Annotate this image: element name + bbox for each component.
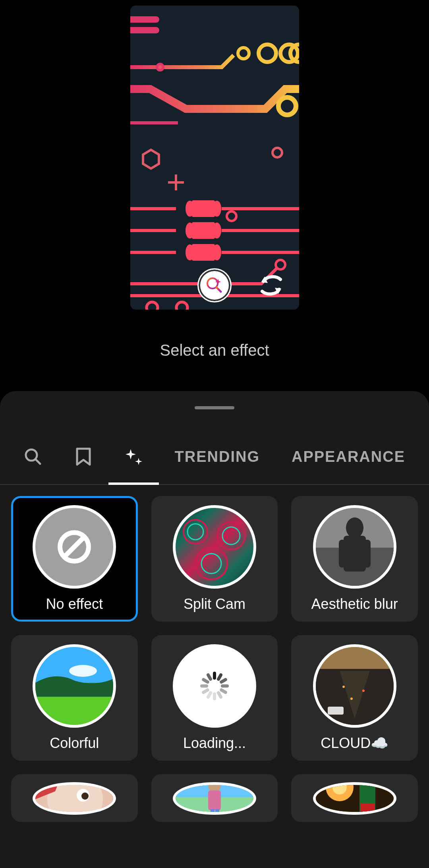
svg-rect-43	[221, 684, 229, 688]
select-effect-label: Select an effect	[0, 341, 429, 359]
effect-label: CLOUD☁️	[321, 735, 388, 752]
effect-label: Split Cam	[184, 596, 245, 612]
svg-rect-37	[35, 647, 113, 683]
svg-rect-34	[344, 536, 366, 572]
drag-handle[interactable]	[195, 406, 234, 409]
effect-item[interactable]	[11, 774, 138, 822]
svg-point-26	[187, 524, 203, 540]
svg-rect-39	[35, 697, 113, 725]
search-tab[interactable]	[8, 429, 58, 484]
svg-rect-9	[192, 200, 215, 217]
effect-thumbnail	[313, 505, 396, 589]
svg-point-10	[186, 201, 194, 217]
effects-panel: TRENDING APPEARANCE No effect	[0, 391, 429, 868]
magic-search-icon	[205, 276, 224, 295]
svg-point-61	[81, 792, 89, 800]
bookmark-icon	[75, 447, 91, 466]
svg-rect-36	[363, 540, 371, 568]
effect-label: No effect	[46, 596, 103, 612]
svg-rect-69	[316, 782, 394, 815]
svg-point-29	[195, 548, 227, 579]
effect-split-cam[interactable]: Split Cam	[151, 496, 278, 622]
trending-tab[interactable]: TRENDING	[159, 429, 276, 484]
svg-rect-67	[211, 809, 214, 815]
effect-thumbnail	[173, 505, 256, 589]
effects-tabs: TRENDING APPEARANCE	[0, 429, 429, 485]
svg-rect-12	[192, 222, 215, 239]
svg-rect-46	[213, 692, 216, 700]
svg-point-17	[213, 244, 221, 260]
svg-point-16	[186, 244, 194, 260]
effect-item[interactable]	[151, 774, 278, 822]
camera-preview[interactable]	[130, 6, 299, 310]
effect-label: Loading...	[183, 735, 246, 752]
effect-cloud[interactable]: CLOUD☁️	[291, 635, 418, 761]
effect-item[interactable]	[291, 774, 418, 822]
svg-rect-35	[339, 540, 346, 568]
svg-point-54	[342, 686, 345, 688]
svg-point-11	[213, 201, 221, 217]
effect-thumbnail	[313, 782, 396, 815]
effect-thumbnail	[33, 505, 116, 589]
svg-point-30	[201, 554, 221, 574]
svg-point-55	[362, 690, 365, 692]
svg-rect-40	[213, 672, 216, 680]
svg-rect-52	[316, 647, 394, 671]
svg-point-14	[213, 223, 221, 238]
preview-image	[130, 6, 299, 310]
effects-grid: No effect Split Cam	[0, 485, 429, 833]
effect-thumbnail	[33, 782, 116, 815]
preview-area	[0, 0, 429, 310]
appearance-tab[interactable]: APPEARANCE	[276, 429, 421, 484]
effect-aesthetic-blur[interactable]: Aesthetic blur	[291, 496, 418, 622]
effects-tab[interactable]	[108, 429, 159, 484]
effect-thumbnail	[313, 644, 396, 728]
svg-rect-66	[208, 790, 221, 810]
svg-point-27	[217, 522, 245, 550]
svg-point-33	[346, 517, 363, 538]
svg-rect-15	[192, 244, 215, 261]
svg-rect-49	[200, 684, 208, 688]
flip-camera-button[interactable]	[255, 271, 287, 299]
svg-point-56	[350, 698, 353, 700]
effect-colorful[interactable]: Colorful	[11, 635, 138, 761]
svg-point-28	[222, 527, 240, 544]
saved-tab[interactable]	[58, 429, 109, 484]
effect-label: Aesthetic blur	[311, 596, 398, 612]
sparkle-icon	[124, 447, 143, 467]
flip-camera-icon	[257, 273, 285, 297]
spinner-icon	[197, 668, 232, 704]
svg-point-13	[186, 223, 194, 238]
svg-rect-57	[328, 707, 344, 715]
search-icon	[23, 447, 43, 466]
prohibit-icon	[56, 529, 92, 565]
svg-point-38	[69, 665, 97, 677]
effect-thumbnail	[173, 644, 256, 728]
effect-no-effect[interactable]: No effect	[11, 496, 138, 622]
svg-rect-73	[360, 803, 375, 815]
effect-loading[interactable]: Loading...	[151, 635, 278, 761]
effect-thumbnail	[33, 644, 116, 728]
effect-label: Colorful	[50, 735, 99, 752]
svg-rect-68	[215, 809, 219, 815]
effect-thumbnail	[173, 782, 256, 815]
discover-effects-button[interactable]	[197, 268, 232, 302]
